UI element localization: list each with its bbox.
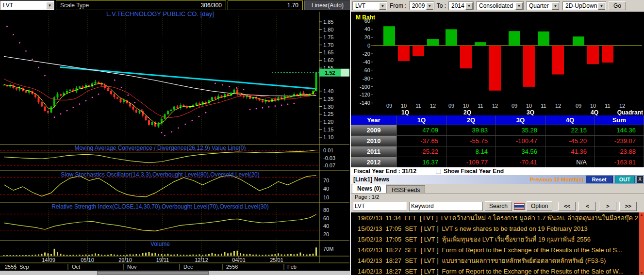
- svg-text:12: 12: [555, 103, 561, 109]
- table-value-cell: 16.37: [397, 157, 446, 167]
- last-value: 1.70: [287, 2, 298, 9]
- news-dt: 14/02/13: [358, 257, 382, 264]
- news-row[interactable]: 14/02/1318:27SET[ LVT ]Form of Report to…: [351, 266, 639, 275]
- svg-text:L.V.TECHNOLOGY PUBLIC CO. [day: L.V.TECHNOLOGY PUBLIC CO. [day]: [106, 11, 214, 17]
- table-value-cell: -25.22: [397, 146, 446, 157]
- svg-text:Nov: Nov: [127, 264, 137, 270]
- chevron-down-icon[interactable]: ▼: [426, 2, 433, 10]
- svg-text:09: 09: [576, 103, 581, 109]
- prev-page-button[interactable]: <: [578, 202, 596, 211]
- svg-text:19/11: 19/11: [156, 257, 169, 263]
- last-value-field: 1.70: [228, 0, 303, 10]
- table-value-cell: N/A: [545, 157, 595, 167]
- svg-text:11: 11: [605, 103, 610, 109]
- keyword-input[interactable]: [409, 202, 483, 211]
- first-page-button[interactable]: <<: [558, 202, 576, 211]
- svg-text:Volume: Volume: [150, 241, 170, 247]
- scroll-down-icon[interactable]: ▼: [640, 271, 644, 275]
- symbol-value: LVT: [355, 2, 365, 9]
- news-dt: 19/02/13: [358, 214, 382, 222]
- table-year-cell: 2012: [351, 157, 397, 167]
- close-icon[interactable]: X: [637, 176, 643, 183]
- table-value-cell: 39.83: [446, 125, 496, 135]
- chart-h-scrollbar[interactable]: [0, 271, 351, 275]
- svg-text:12: 12: [492, 103, 498, 109]
- scale-type-field[interactable]: Scale Type 306/300: [56, 0, 226, 10]
- tab-news[interactable]: News (0): [352, 184, 386, 193]
- symbol-input[interactable]: [353, 202, 407, 211]
- chevron-down-icon[interactable]: ▼: [46, 2, 53, 9]
- svg-text:11: 11: [415, 103, 421, 109]
- news-tx: LVTคว้างานใหม่ 4 โครงการ มูลค่า 1.7 พันล…: [441, 213, 639, 223]
- news-sy: [ LVT ]: [420, 225, 438, 232]
- svg-text:09: 09: [386, 103, 392, 109]
- svg-text:10: 10: [526, 103, 532, 109]
- search-button[interactable]: Search: [485, 201, 512, 211]
- svg-text:29/10: 29/10: [118, 257, 132, 263]
- chevron-down-icon[interactable]: ▼: [598, 2, 605, 10]
- svg-text:60: 60: [323, 215, 329, 221]
- stock-terminal-window: LVT ▼ Scale Type 306/300 1.70 Linear(Aut…: [0, 0, 644, 275]
- svg-text:70: 70: [323, 178, 329, 183]
- svg-text:40: 40: [323, 186, 329, 192]
- news-tx: LVT s new shares to be traded on 19 Febr…: [442, 225, 588, 232]
- news-row[interactable]: 14/02/1318:27SET[ LVT ]Form of Report to…: [351, 244, 639, 255]
- svg-text:11: 11: [541, 103, 546, 109]
- table-value-cell: 144.36: [595, 125, 644, 135]
- svg-text:20: 20: [323, 231, 329, 237]
- symbol-combobox[interactable]: LVT ▼: [0, 0, 54, 10]
- news-tx: หุ้นเพิ่มทุนของ LVT เริ่มซื้อขายวันที่ 1…: [442, 234, 591, 244]
- svg-text:70M: 70M: [323, 246, 333, 252]
- language-flag-icon[interactable]: [514, 203, 525, 210]
- symbol-combobox-right[interactable]: LVT ▼: [352, 1, 387, 10]
- to-year-combobox[interactable]: 2014 ▼: [448, 1, 474, 10]
- news-row[interactable]: 15/02/1317:05SET[ LVT ]หุ้นเพิ่มทุนของ L…: [351, 234, 639, 244]
- fiscal-checkbox[interactable]: [436, 169, 441, 174]
- consolidated-combobox[interactable]: Consolidated ▼: [476, 1, 524, 10]
- from-year-combobox[interactable]: 2009 ▼: [409, 1, 434, 10]
- next-page-button[interactable]: >: [599, 202, 616, 211]
- chevron-down-icon[interactable]: ▼: [515, 2, 523, 10]
- svg-text:Feb: Feb: [287, 264, 297, 270]
- period-combobox[interactable]: Quarter ▼: [526, 1, 560, 10]
- view-combobox[interactable]: 2D-UpDown ▼: [562, 1, 606, 10]
- symbol-value: LVT: [3, 2, 13, 9]
- svg-text:1.85: 1.85: [323, 19, 333, 25]
- svg-text:40: 40: [364, 26, 370, 32]
- out-button[interactable]: OUT: [615, 176, 635, 183]
- news-controls: Search Option << < > >>: [351, 200, 644, 212]
- reset-button[interactable]: Reset: [586, 176, 613, 183]
- table-value-cell: -45.20: [545, 135, 595, 146]
- news-tx: Form of Report to the Exchange of the Re…: [442, 268, 624, 275]
- chevron-down-icon[interactable]: ▼: [465, 2, 473, 10]
- chevron-down-icon[interactable]: ▼: [552, 2, 559, 10]
- scrollbar-thumb[interactable]: [97, 271, 209, 275]
- news-v-scrollbar[interactable]: ▲ ▼: [639, 212, 644, 275]
- fiscal-year-row: Fiscal Year End : 31/12 Show Fiscal Year…: [351, 167, 644, 175]
- option-button[interactable]: Option: [527, 201, 552, 211]
- table-value-cell: -70.41: [496, 157, 545, 167]
- scale-mode-button[interactable]: Linear(Auto): [304, 0, 351, 10]
- table-year-cell: 2011: [351, 146, 397, 157]
- page-indicator: Page : 1/2: [351, 194, 644, 200]
- news-tx: Form of Report to the Exchange of the Re…: [442, 246, 622, 254]
- svg-text:1.25: 1.25: [323, 111, 333, 117]
- news-row[interactable]: 14/02/1318:27SET[ LVT ]แบบรายงานผลการขาย…: [351, 255, 639, 266]
- quarterly-bar-chart-svg: M Baht6040200-20-40-60-80-100-120-140091…: [351, 12, 644, 115]
- last-page-button[interactable]: >>: [619, 202, 637, 211]
- svg-text:12/12: 12/12: [195, 257, 208, 263]
- svg-text:-80: -80: [363, 76, 370, 81]
- news-row[interactable]: 15/02/1317:05SET[ LVT ]LVT s new shares …: [351, 223, 639, 234]
- news-dt: 15/02/13: [358, 236, 382, 243]
- news-tabs: News (0) RSSFeeds: [351, 184, 644, 194]
- to-label: To :: [437, 2, 446, 9]
- chevron-down-icon[interactable]: ▼: [379, 2, 386, 10]
- news-sr: SET: [405, 268, 417, 275]
- go-button[interactable]: Go: [609, 1, 626, 10]
- tab-rssfeeds[interactable]: RSSFeeds: [386, 185, 425, 193]
- scroll-up-icon[interactable]: ▲: [640, 212, 644, 217]
- svg-text:1.70: 1.70: [323, 42, 333, 48]
- news-row[interactable]: 19/02/1311:34EFT[ LVT ]LVTคว้างานใหม่ 4 …: [351, 212, 639, 223]
- table-value-cell: -163.81: [595, 157, 644, 167]
- news-dt: 14/02/13: [358, 268, 382, 275]
